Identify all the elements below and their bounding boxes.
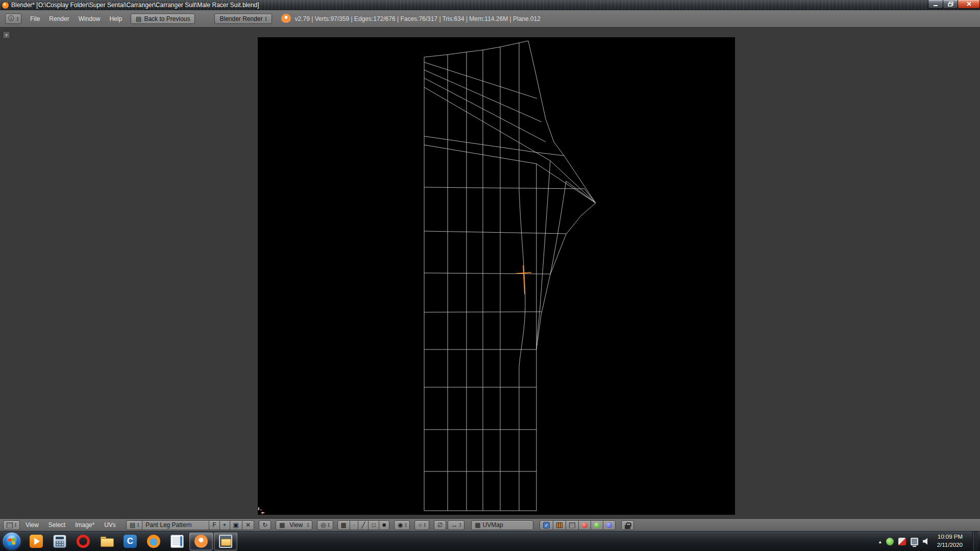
close-button[interactable] xyxy=(958,0,980,9)
sync-selection-icon xyxy=(341,521,347,529)
calculator-icon xyxy=(53,535,66,548)
shading-icon xyxy=(569,522,575,528)
network-icon[interactable] xyxy=(911,538,918,545)
fake-user-button[interactable]: F xyxy=(209,520,219,530)
taskbar-item-explorer[interactable] xyxy=(214,533,237,550)
select-edge-button[interactable] xyxy=(358,520,369,530)
info-header: File Render Window Help Back to Previous… xyxy=(0,10,980,28)
red-circle-app-icon xyxy=(77,535,90,548)
draw-other-objects-button[interactable] xyxy=(553,520,566,530)
chevron-updown-icon xyxy=(17,16,18,21)
green-channel-icon xyxy=(594,522,600,528)
taskbar-item-browser-red[interactable] xyxy=(71,532,95,551)
lock-icon xyxy=(625,522,630,529)
expand-toolbar-button[interactable] xyxy=(3,31,10,39)
minimize-button[interactable] xyxy=(928,0,943,9)
window-titlebar[interactable]: Blender* [O:\Cosplay Folder\Super Sentai… xyxy=(0,0,980,10)
menu-help[interactable]: Help xyxy=(105,11,127,27)
chevron-updown-icon xyxy=(265,16,267,21)
uv-image-editor-region[interactable] xyxy=(0,28,980,518)
render-engine-select[interactable]: Blender Render xyxy=(214,14,272,24)
menu-image[interactable]: Image* xyxy=(71,519,99,531)
image-name-field[interactable]: Pant Leg Pattern xyxy=(142,520,209,530)
image-reload-button[interactable] xyxy=(259,520,271,530)
browse-image-icon xyxy=(130,521,135,529)
image-browse-button[interactable] xyxy=(126,520,142,530)
chevron-updown-icon xyxy=(15,522,16,528)
folder-icon xyxy=(100,535,113,548)
editor-type-select[interactable] xyxy=(3,520,20,530)
taskbar-item-notes[interactable] xyxy=(165,532,189,551)
menu-select[interactable]: Select xyxy=(44,519,69,531)
red-channel-icon xyxy=(582,522,587,528)
notes-icon xyxy=(170,535,184,548)
draw-shadow-button[interactable] xyxy=(566,520,579,530)
hidden-icons-chevron[interactable] xyxy=(879,539,881,544)
snap-toggle[interactable] xyxy=(434,520,446,530)
start-button[interactable] xyxy=(3,533,20,550)
uvmap-label: UVMap xyxy=(483,521,503,529)
menu-view[interactable]: View xyxy=(21,519,43,531)
back-to-previous-button[interactable]: Back to Previous xyxy=(131,14,195,24)
taskbar-item-folder[interactable] xyxy=(95,532,118,551)
plus-icon: + xyxy=(223,521,227,529)
show-desktop-button[interactable] xyxy=(972,532,978,551)
restore-button[interactable] xyxy=(943,0,958,9)
uv-canvas[interactable] xyxy=(258,37,735,515)
proportional-edit-icon xyxy=(418,521,422,529)
channel-red-button[interactable] xyxy=(578,520,591,530)
refresh-icon xyxy=(262,521,267,529)
menu-file[interactable]: File xyxy=(26,11,44,27)
checkbox-checked-icon xyxy=(543,522,550,529)
taskbar-item-media-player[interactable] xyxy=(24,532,48,551)
menu-uvs[interactable]: UVs xyxy=(100,519,120,531)
uv-mesh-svg xyxy=(258,37,735,515)
new-image-button[interactable]: + xyxy=(219,520,230,530)
update-lock-toggle[interactable] xyxy=(621,520,634,530)
taskbar-item-blender[interactable] xyxy=(189,533,213,550)
taskbar-item-calculator[interactable] xyxy=(48,532,71,551)
mode-label: View xyxy=(289,521,303,529)
edge-select-icon xyxy=(361,521,365,529)
taskbar: 10:09 PM 2/11/2020 xyxy=(0,531,980,551)
screen-icon xyxy=(136,15,141,22)
vertex-select-icon xyxy=(353,521,355,529)
proportional-edit-dropdown[interactable] xyxy=(414,520,429,530)
uvmap-select[interactable]: UVMap xyxy=(471,520,533,530)
menu-window[interactable]: Window xyxy=(74,11,105,27)
normalized-coords-toggle[interactable] xyxy=(540,520,553,530)
channel-green-button[interactable] xyxy=(591,520,603,530)
chevron-updown-icon xyxy=(137,522,139,528)
system-tray: 10:09 PM 2/11/2020 xyxy=(879,532,980,551)
face-select-icon xyxy=(372,521,375,529)
firefox-icon xyxy=(147,535,160,548)
sticky-selection-dropdown[interactable] xyxy=(394,520,410,530)
fake-user-label: F xyxy=(212,521,216,529)
volume-icon[interactable] xyxy=(923,538,930,545)
pivot-dropdown[interactable] xyxy=(317,520,333,530)
tray-antivirus-icon[interactable] xyxy=(886,538,894,545)
unlink-image-button[interactable] xyxy=(242,520,254,530)
cursor-2d-icon xyxy=(258,507,264,515)
image-name-label: Pant Leg Pattern xyxy=(145,521,191,529)
uv-sync-toggle[interactable] xyxy=(337,520,350,530)
taskbar-clock[interactable]: 10:09 PM 2/11/2020 xyxy=(935,533,968,549)
taskbar-item-c-app[interactable] xyxy=(118,532,142,551)
restore-icon xyxy=(948,2,953,7)
select-island-button[interactable] xyxy=(379,520,389,530)
pack-image-button[interactable] xyxy=(230,520,242,530)
chevron-updown-icon xyxy=(328,522,330,528)
chevron-updown-icon xyxy=(405,522,406,528)
mode-dropdown[interactable]: View xyxy=(276,520,312,530)
chevron-updown-icon xyxy=(424,522,426,528)
c-app-icon xyxy=(124,535,137,548)
island-select-icon xyxy=(382,521,386,529)
tray-app-icon[interactable] xyxy=(898,538,906,545)
select-vertex-button[interactable] xyxy=(350,520,358,530)
select-face-button[interactable] xyxy=(368,520,379,530)
snap-target-dropdown[interactable] xyxy=(448,520,464,530)
editor-type-select[interactable] xyxy=(5,14,21,24)
taskbar-item-firefox[interactable] xyxy=(142,532,165,551)
menu-render[interactable]: Render xyxy=(44,11,74,27)
channel-blue-button[interactable] xyxy=(603,520,616,530)
